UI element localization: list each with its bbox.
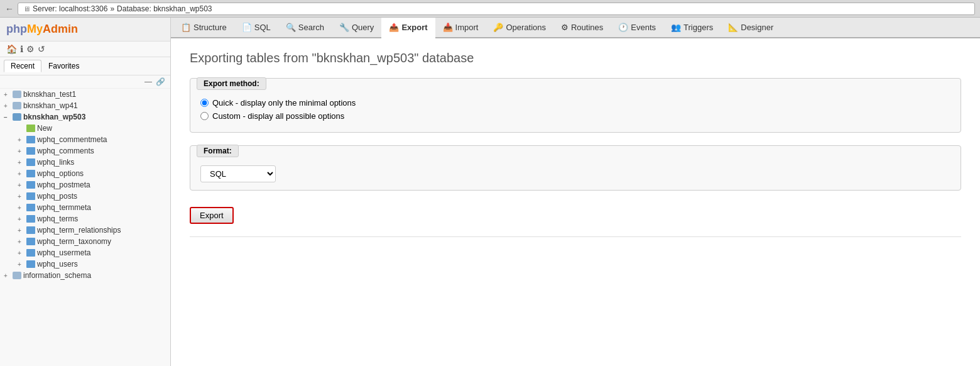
expander-icon: + xyxy=(18,193,26,200)
table-label: New xyxy=(37,124,52,133)
tab-recent[interactable]: Recent xyxy=(4,60,41,72)
expander-icon: + xyxy=(4,103,13,109)
tab-events[interactable]: 🕐 Events xyxy=(611,18,663,38)
db-item-bknskhan-wp41[interactable]: + bknskhan_wp41 xyxy=(0,100,170,111)
radio-quick-input[interactable] xyxy=(200,99,209,107)
sidebar: phpMyAdmin 🏠 ℹ ⚙ ↺ Recent Favorites — 🔗 … xyxy=(0,18,171,366)
table-item-wphq-term-relationships[interactable]: + wphq_term_relationships xyxy=(11,225,170,236)
table-item-wphq-comments[interactable]: + wphq_comments xyxy=(11,145,170,157)
radio-custom-label: Custom - display all possible options xyxy=(212,111,344,121)
tab-label: Operations xyxy=(506,23,546,32)
expander-icon: + xyxy=(18,216,26,223)
table-item-wphq-options[interactable]: + wphq_options xyxy=(11,168,170,179)
table-item-wphq-term-taxonomy[interactable]: + wphq_term_taxonomy xyxy=(11,236,170,247)
db-item-bknskhan-wp503[interactable]: − bknskhan_wp503 xyxy=(0,111,170,123)
tab-label: Designer xyxy=(741,23,773,32)
table-item-wphq-posts[interactable]: + wphq_posts xyxy=(11,191,170,202)
new-icon xyxy=(26,125,35,132)
table-item-wphq-users[interactable]: + wphq_users xyxy=(11,258,170,270)
export-button[interactable]: Export xyxy=(190,207,234,224)
table-label: wphq_comments xyxy=(37,147,94,155)
db-item-bknskhan-test1[interactable]: + bknskhan_test1 xyxy=(0,89,170,100)
table-item-wphq-termmeta[interactable]: + wphq_termmeta xyxy=(11,202,170,213)
table-item-wphq-links[interactable]: + wphq_links xyxy=(11,157,170,168)
tab-import[interactable]: 📥 Import xyxy=(435,18,486,38)
format-select[interactable]: SQL CSV JSON XML xyxy=(200,165,276,182)
routines-icon: ⚙ xyxy=(561,23,569,32)
page-title: Exporting tables from "bknskhan_wp503" d… xyxy=(190,51,961,65)
settings-icon[interactable]: ⚙ xyxy=(26,44,35,54)
tab-triggers[interactable]: 👥 Triggers xyxy=(663,18,721,38)
tab-bar: 📋 Structure 📄 SQL 🔍 Search 🔧 Query 📤 Exp… xyxy=(171,18,980,38)
table-label: wphq_terms xyxy=(37,214,78,223)
db-item-information-schema[interactable]: + information_schema xyxy=(0,270,170,281)
query-icon: 🔧 xyxy=(339,23,349,32)
operations-icon: 🔑 xyxy=(493,23,503,32)
table-item-wphq-postmeta[interactable]: + wphq_postmeta xyxy=(11,179,170,191)
export-method-legend: Export method: xyxy=(197,77,266,90)
format-legend: Format: xyxy=(197,145,239,157)
table-icon xyxy=(26,192,35,200)
sql-icon: 📄 xyxy=(242,23,252,32)
table-label: wphq_options xyxy=(37,169,84,178)
refresh-icon[interactable]: ↺ xyxy=(38,44,45,54)
expander-icon: + xyxy=(18,250,26,257)
expander-icon: + xyxy=(4,91,13,98)
table-item-wphq-commentmeta[interactable]: + wphq_commentmeta xyxy=(11,134,170,145)
table-icon xyxy=(26,226,35,234)
tab-favorites[interactable]: Favorites xyxy=(41,60,86,72)
expander-icon: + xyxy=(18,148,26,155)
tab-designer[interactable]: 📐 Designer xyxy=(721,18,781,38)
tab-label: Query xyxy=(352,23,374,32)
radio-custom-input[interactable] xyxy=(200,112,209,120)
db-icon xyxy=(13,102,21,109)
radio-quick: Quick - display only the minimal options xyxy=(200,98,950,108)
table-icon xyxy=(26,170,35,177)
table-label: wphq_postmeta xyxy=(37,180,90,189)
expander-icon: + xyxy=(18,261,26,268)
collapse-all-icon[interactable]: — xyxy=(144,77,152,86)
logo-php: php xyxy=(6,23,27,35)
db-children: New + wphq_commentmeta + wphq_comments +… xyxy=(0,123,170,270)
tab-search[interactable]: 🔍 Search xyxy=(278,18,332,38)
table-label: wphq_term_taxonomy xyxy=(37,237,111,246)
tab-label: Routines xyxy=(571,23,603,32)
home-icon[interactable]: 🏠 xyxy=(6,44,17,54)
link-icon[interactable]: 🔗 xyxy=(156,77,165,86)
expander-icon: + xyxy=(18,159,26,166)
radio-custom: Custom - display all possible options xyxy=(200,111,950,121)
table-label: wphq_links xyxy=(37,158,74,167)
table-item-wphq-usermeta[interactable]: + wphq_usermeta xyxy=(11,247,170,258)
tab-sql[interactable]: 📄 SQL xyxy=(234,18,278,38)
table-label: wphq_usermeta xyxy=(37,248,90,257)
address-bar: 🖥 Server: localhost:3306 » Database: bkn… xyxy=(18,3,975,15)
tab-operations[interactable]: 🔑 Operations xyxy=(486,18,553,38)
db-label: bknskhan_wp503 xyxy=(23,113,85,121)
tab-routines[interactable]: ⚙ Routines xyxy=(553,18,611,38)
tab-label: Events xyxy=(631,23,656,32)
export-method-fieldset: Export method: Quick - display only the … xyxy=(190,78,961,133)
sidebar-header: phpMyAdmin xyxy=(0,18,170,42)
main-content: Exporting tables from "bknskhan_wp503" d… xyxy=(171,38,980,366)
tab-query[interactable]: 🔧 Query xyxy=(332,18,381,38)
expander-icon: + xyxy=(18,136,26,143)
tab-label: Structure xyxy=(193,23,227,32)
tab-structure[interactable]: 📋 Structure xyxy=(173,18,234,38)
server-label: Server: localhost:3306 xyxy=(33,4,107,13)
triggers-icon: 👥 xyxy=(671,23,681,32)
server-icon: 🖥 xyxy=(23,5,30,13)
tree-new[interactable]: New xyxy=(11,123,170,134)
table-icon xyxy=(26,215,35,223)
table-label: wphq_termmeta xyxy=(37,203,91,212)
table-icon xyxy=(26,204,35,211)
info-icon[interactable]: ℹ xyxy=(20,44,23,54)
import-icon: 📥 xyxy=(443,23,453,32)
table-item-wphq-terms[interactable]: + wphq_terms xyxy=(11,213,170,225)
db-icon-open xyxy=(13,113,21,121)
tab-export[interactable]: 📤 Export xyxy=(381,18,435,38)
content-area: 📋 Structure 📄 SQL 🔍 Search 🔧 Query 📤 Exp… xyxy=(171,18,980,366)
phpmyadmin-logo: phpMyAdmin xyxy=(6,23,78,36)
back-button[interactable]: ← xyxy=(5,4,14,14)
sidebar-icon-bar: 🏠 ℹ ⚙ ↺ xyxy=(0,42,170,57)
db-icon xyxy=(13,272,21,279)
